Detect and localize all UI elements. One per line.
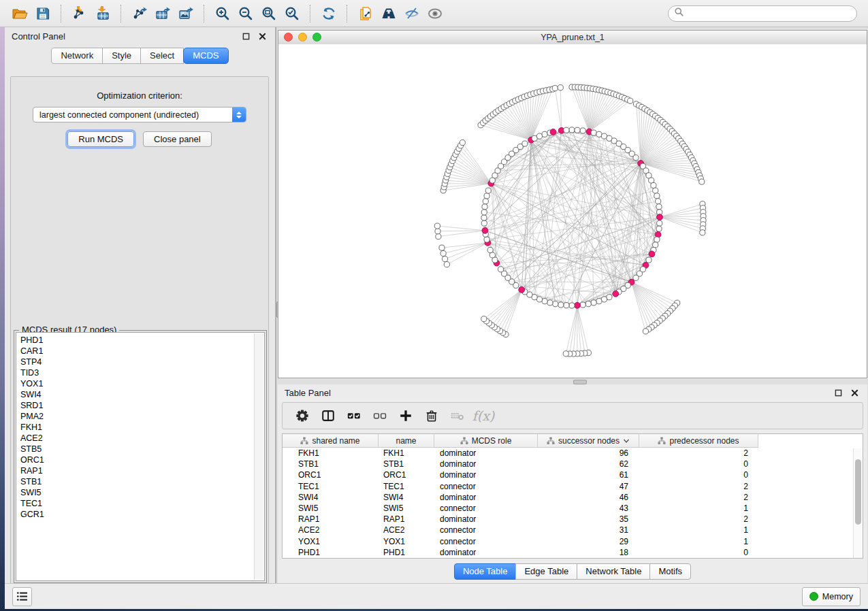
export-image-icon[interactable] xyxy=(174,4,197,23)
select-all-icon[interactable] xyxy=(341,406,367,426)
network-graph[interactable] xyxy=(278,44,867,378)
table-header-row: shared namenameMCDS rolesuccessor nodesp… xyxy=(283,434,863,448)
tab-network-table[interactable]: Network Table xyxy=(577,563,650,580)
show-all-icon[interactable] xyxy=(423,4,447,23)
table-row[interactable]: SWI4SWI4dominator462 xyxy=(283,492,863,503)
refresh-icon[interactable] xyxy=(317,4,340,23)
minimize-window-button[interactable] xyxy=(298,33,307,42)
zoom-window-button[interactable] xyxy=(312,33,321,42)
horizontal-splitter[interactable] xyxy=(276,378,868,384)
columns-icon[interactable] xyxy=(315,406,341,426)
cell-predecessor-nodes: 0 xyxy=(639,470,758,480)
mcds-result-item[interactable]: SWI4 xyxy=(20,389,264,400)
mcds-result-item[interactable]: STP4 xyxy=(20,357,264,367)
mcds-result-item[interactable]: STB5 xyxy=(20,444,264,455)
mcds-result-item[interactable]: PMA2 xyxy=(20,411,264,422)
column-header-successor-nodes[interactable]: successor nodes xyxy=(538,434,639,448)
mcds-result-item[interactable]: GCR1 xyxy=(20,509,264,520)
mcds-list-scrollbar[interactable] xyxy=(254,333,263,580)
first-neighbors-icon[interactable] xyxy=(377,4,400,23)
export-network-icon[interactable] xyxy=(128,4,151,23)
cell-predecessor-nodes: 2 xyxy=(639,514,758,524)
table-row[interactable]: ORC1ORC1dominator610 xyxy=(283,469,863,480)
save-icon[interactable] xyxy=(31,4,54,23)
search-input[interactable] xyxy=(684,8,851,19)
mcds-result-item[interactable]: TID3 xyxy=(20,367,264,378)
cell-shared-name: TEC1 xyxy=(283,482,379,491)
cell-successor-nodes: 43 xyxy=(538,503,639,513)
zoom-in-icon[interactable] xyxy=(211,4,234,23)
memory-status-dot xyxy=(809,592,818,601)
table-row[interactable]: SWI5SWI5connector431 xyxy=(283,503,863,514)
close-panel-icon[interactable] xyxy=(256,30,268,42)
delete-row-icon[interactable] xyxy=(419,406,445,426)
horizontal-splitter-handle[interactable] xyxy=(573,380,587,384)
table-row[interactable]: ACE2ACE2connector311 xyxy=(283,525,863,535)
mcds-result-item[interactable]: SWI5 xyxy=(20,487,264,498)
mcds-result-item[interactable]: ACE2 xyxy=(20,433,264,444)
desktop-wallpaper-left xyxy=(0,27,5,610)
cell-predecessor-nodes: 1 xyxy=(639,537,758,546)
column-header-MCDS-role[interactable]: MCDS role xyxy=(434,434,538,448)
table-row[interactable]: FKH1FKH1dominator962 xyxy=(283,448,863,459)
mcds-result-item[interactable]: YOX1 xyxy=(20,378,264,389)
cell-shared-name: STB1 xyxy=(283,459,379,469)
table-row[interactable]: PHD1PHD1dominator180 xyxy=(283,547,863,558)
deselect-all-icon[interactable] xyxy=(367,406,393,426)
search-box[interactable] xyxy=(668,5,857,22)
import-network-icon[interactable] xyxy=(68,4,91,23)
column-header-shared-name[interactable]: shared name xyxy=(283,434,379,448)
toolbar-separator xyxy=(310,5,311,22)
add-row-icon[interactable] xyxy=(393,406,419,426)
cell-name: TEC1 xyxy=(379,482,434,491)
toolbar-separator xyxy=(347,5,348,22)
import-table-icon[interactable] xyxy=(91,4,114,23)
gear-icon[interactable] xyxy=(289,406,315,426)
select-stepper-icon xyxy=(232,108,246,122)
run-mcds-button[interactable]: Run MCDS xyxy=(67,131,134,147)
mcds-result-item[interactable]: CAR1 xyxy=(20,346,264,357)
tab-edge-table[interactable]: Edge Table xyxy=(515,563,577,580)
table-row[interactable]: YOX1YOX1connector291 xyxy=(283,536,863,547)
table-scrollbar[interactable] xyxy=(853,448,863,558)
task-history-button[interactable] xyxy=(12,587,32,606)
table-row[interactable]: TEC1TEC1connector472 xyxy=(283,481,863,492)
close-table-panel-icon[interactable] xyxy=(848,386,861,399)
hide-selection-icon[interactable] xyxy=(400,4,423,23)
table-row[interactable]: STB1STB1dominator620 xyxy=(283,459,863,469)
mcds-result-item[interactable]: FKH1 xyxy=(20,422,264,433)
mcds-result-item[interactable]: PHD1 xyxy=(20,335,264,346)
float-table-panel-icon[interactable] xyxy=(832,386,844,399)
cell-shared-name: ACE2 xyxy=(283,525,379,535)
new-network-from-selection-icon[interactable] xyxy=(354,4,377,23)
tab-select[interactable]: Select xyxy=(140,48,184,64)
tab-style[interactable]: Style xyxy=(102,48,141,64)
cell-MCDS-role: dominator xyxy=(434,514,538,524)
column-header-predecessor-nodes[interactable]: predecessor nodes xyxy=(639,434,758,448)
tab-motifs[interactable]: Motifs xyxy=(649,563,691,580)
memory-button[interactable]: Memory xyxy=(802,587,861,606)
table-row[interactable]: RAP1RAP1dominator352 xyxy=(283,514,863,525)
mcds-result-item[interactable]: TEC1 xyxy=(20,498,264,509)
close-panel-button[interactable]: Close panel xyxy=(143,131,212,147)
tab-mcds[interactable]: MCDS xyxy=(183,48,228,64)
float-panel-icon[interactable] xyxy=(240,30,252,42)
column-header-name[interactable]: name xyxy=(379,434,434,448)
zoom-fit-icon[interactable] xyxy=(257,4,280,23)
zoom-out-icon[interactable] xyxy=(234,4,257,23)
mcds-result-item[interactable]: STB1 xyxy=(20,476,264,487)
mcds-result-item[interactable]: RAP1 xyxy=(20,465,264,476)
open-folder-icon[interactable] xyxy=(8,4,31,23)
export-table-icon[interactable] xyxy=(151,4,174,23)
tab-node-table[interactable]: Node Table xyxy=(454,563,517,580)
table-scrollbar-thumb[interactable] xyxy=(855,459,861,525)
close-window-button[interactable] xyxy=(284,33,293,42)
cell-successor-nodes: 31 xyxy=(538,525,639,535)
zoom-selected-icon[interactable] xyxy=(280,4,304,23)
mcds-result-item[interactable]: SRD1 xyxy=(20,400,264,411)
tree-icon xyxy=(658,437,666,445)
tab-network[interactable]: Network xyxy=(51,48,103,64)
mcds-result-list[interactable]: PHD1CAR1STP4TID3YOX1SWI4SRD1PMA2FKH1ACE2… xyxy=(16,332,265,581)
optimization-criterion-select[interactable]: largest connected component (undirected) xyxy=(33,107,246,122)
mcds-result-item[interactable]: ORC1 xyxy=(20,455,264,465)
